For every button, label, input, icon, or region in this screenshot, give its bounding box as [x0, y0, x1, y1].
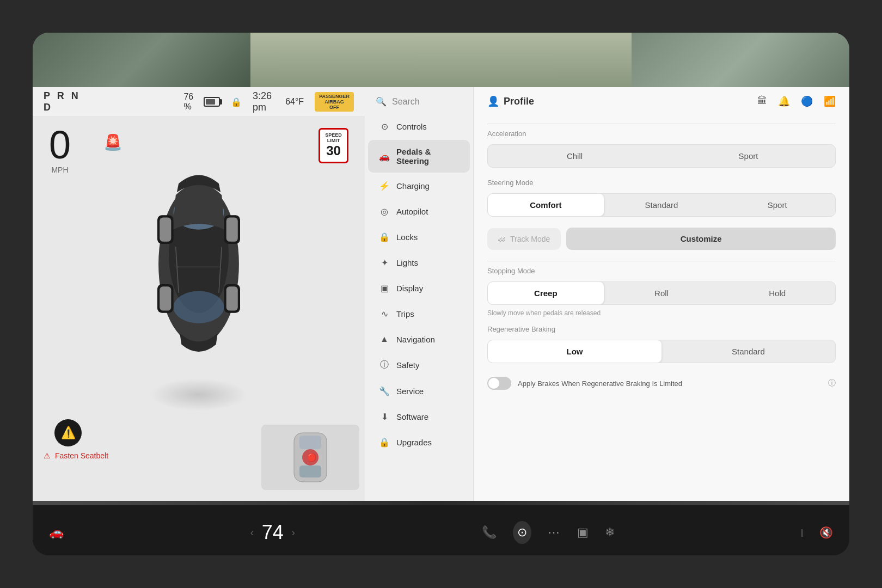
seatbelt-alert-icon: ⚠ [44, 451, 51, 460]
car-view-area: 0 MPH SPEEDLIMIT 30 🚨 [33, 117, 365, 501]
charging-icon: ⚡ [379, 181, 390, 191]
speed-unit: MPH [49, 166, 71, 174]
camera-left [33, 33, 250, 87]
passenger-airbag-badge: PASSENGERAIRBAG OFF [315, 92, 354, 112]
camera-center [250, 33, 632, 87]
divider-2 [487, 261, 836, 261]
autopilot-icon: ◎ [379, 206, 390, 217]
locks-icon: 🔒 [379, 232, 390, 242]
regen-braking-label: Regenerative Braking [487, 325, 836, 333]
divider-1 [487, 124, 836, 124]
car-svg [139, 161, 259, 367]
menu-label-charging: Charging [396, 181, 430, 191]
taskbar-temp-icon[interactable]: ❄ [605, 525, 615, 540]
bluetooth-icon[interactable]: 🔵 [801, 95, 813, 107]
pedals-icon: 🚗 [379, 151, 390, 162]
acceleration-label: Acceleration [487, 130, 836, 138]
prnd-display: P R N D [44, 90, 85, 113]
gear-strip [33, 501, 849, 505]
menu-item-pedals[interactable]: 🚗 Pedals & Steering [368, 140, 470, 173]
menu-label-safety: Safety [396, 360, 420, 370]
steering-mode-label: Steering Mode [487, 179, 836, 187]
svg-text:🔴: 🔴 [307, 453, 317, 462]
taskbar-divider-line: | [801, 528, 803, 537]
apply-brakes-row: Apply Brakes When Regenerative Braking I… [487, 371, 836, 395]
taskbar-screen-icon[interactable]: ▣ [577, 525, 589, 540]
warning-icon[interactable]: ⚠️ [54, 419, 82, 446]
acceleration-chill-btn[interactable]: Chill [488, 145, 661, 167]
bell-icon[interactable]: 🔔 [778, 95, 790, 107]
menu-item-safety[interactable]: ⓘ Safety [368, 352, 470, 378]
mini-car-svg: 🔴 [261, 425, 359, 490]
menu-item-display[interactable]: ▣ Display [368, 276, 470, 301]
menu-item-trips[interactable]: ∿ Trips [368, 302, 470, 326]
taskbar-more-icon[interactable]: ⋯ [548, 525, 561, 540]
menu-item-controls[interactable]: ⊙ Controls [368, 114, 470, 139]
taskbar-media-icon[interactable]: ⊙ [513, 521, 531, 544]
acceleration-sport-btn[interactable]: Sport [661, 145, 835, 167]
track-icon: 🏎 [498, 235, 506, 243]
current-speed: 0 [49, 125, 71, 164]
time-display: 3:26 pm [253, 90, 277, 113]
apply-brakes-info-icon[interactable]: ⓘ [828, 378, 836, 388]
taskbar-phone-icon[interactable]: 📞 [482, 525, 497, 540]
menu-label-lights: Lights [396, 258, 418, 267]
stopping-creep-btn[interactable]: Creep [488, 282, 604, 304]
mini-car-display: 🔴 [261, 425, 359, 490]
apply-brakes-label: Apply Brakes When Regenerative Braking I… [518, 379, 822, 388]
menu-item-upgrades[interactable]: 🔒 Upgrades [368, 430, 470, 455]
menu-label-controls: Controls [396, 122, 427, 131]
stopping-hold-btn[interactable]: Hold [719, 282, 835, 304]
battery-fill [206, 99, 215, 105]
menu-label-software: Software [396, 412, 428, 421]
seatbelt-warning-icon: 🚨 [103, 133, 122, 151]
battery-icon [204, 97, 220, 107]
screen-area: P R N D 76 % 🔒 3:26 pm 64°F PASSENGERAIR… [33, 87, 849, 501]
menu-label-navigation: Navigation [396, 335, 435, 344]
search-menu-item[interactable]: 🔍 Search [365, 90, 473, 113]
top-bar: P R N D 76 % 🔒 3:26 pm 64°F PASSENGERAIR… [33, 87, 365, 117]
volume-icon[interactable]: 🔇 [819, 526, 833, 539]
menu-column: 🔍 Search ⊙ Controls 🚗 Pedals & Steering … [365, 87, 474, 501]
regen-standard-btn[interactable]: Standard [661, 340, 835, 363]
car-top-view [139, 161, 259, 367]
menu-item-locks[interactable]: 🔒 Locks [368, 225, 470, 249]
customize-btn[interactable]: Customize [566, 228, 836, 250]
stopping-mode-label: Stopping Mode [487, 267, 836, 275]
taskbar-arrow-left[interactable]: ‹ [250, 527, 254, 538]
menu-item-service[interactable]: 🔧 Service [368, 379, 470, 403]
apply-brakes-toggle[interactable] [487, 377, 511, 390]
stopping-note: Slowly move when pedals are released [487, 309, 836, 317]
taskbar-arrow-right[interactable]: › [292, 527, 295, 538]
taskbar-left: 🚗 [49, 525, 64, 540]
steering-standard-btn[interactable]: Standard [604, 194, 720, 216]
menu-item-autopilot[interactable]: ◎ Autopilot [368, 199, 470, 224]
track-mode-btn[interactable]: 🏎 Track Mode [487, 228, 561, 250]
svg-point-3 [174, 291, 224, 323]
speed-limit-number: 30 [326, 143, 341, 158]
upgrades-icon: 🔒 [379, 437, 390, 448]
taskbar-car-icon[interactable]: 🚗 [49, 525, 64, 540]
svg-rect-7 [226, 218, 238, 242]
steering-sport-btn[interactable]: Sport [719, 194, 835, 216]
menu-label-pedals: Pedals & Steering [396, 147, 459, 166]
svg-rect-5 [160, 218, 171, 242]
menu-item-navigation[interactable]: ▲ Navigation [368, 327, 470, 351]
trips-icon: ∿ [379, 309, 390, 319]
signal-icon[interactable]: 📶 [824, 95, 836, 107]
menu-item-software[interactable]: ⬇ Software [368, 405, 470, 429]
profile-icon: 👤 [487, 95, 499, 107]
menu-item-charging[interactable]: ⚡ Charging [368, 174, 470, 198]
battery-percentage: 76 % [183, 92, 199, 112]
acceleration-group: Chill Sport [487, 144, 836, 168]
regen-low-btn[interactable]: Low [488, 340, 661, 363]
steering-comfort-btn[interactable]: Comfort [488, 194, 604, 216]
menu-item-lights[interactable]: ✦ Lights [368, 250, 470, 275]
lights-icon: ✦ [379, 258, 390, 268]
stopping-roll-btn[interactable]: Roll [604, 282, 720, 304]
lock-icon: 🔒 [231, 97, 242, 107]
main-screen: P R N D 76 % 🔒 3:26 pm 64°F PASSENGERAIR… [33, 33, 849, 555]
building-icon[interactable]: 🏛 [757, 95, 767, 107]
service-icon: 🔧 [379, 386, 390, 396]
seatbelt-alert-text: Fasten Seatbelt [55, 451, 108, 460]
